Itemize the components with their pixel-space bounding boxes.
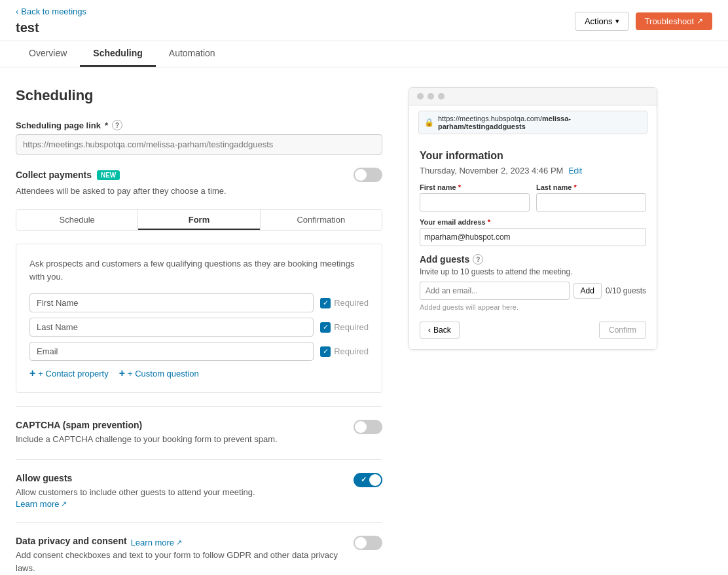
preview-card: 🔒 https://meetings.hubspotqa.com/melissa… xyxy=(409,87,657,350)
email-checkbox[interactable] xyxy=(320,346,331,357)
tab-scheduling[interactable]: Scheduling xyxy=(80,41,155,67)
preview-edit-link[interactable]: Edit xyxy=(568,166,582,176)
tab-automation[interactable]: Automation xyxy=(156,41,228,67)
scheduling-page-link-info-icon[interactable]: ? xyxy=(112,120,122,130)
preview-url-text: https://meetings.hubspotqa.com/melissa-p… xyxy=(438,115,642,130)
form-sub-tabs: Schedule Form Confirmation xyxy=(16,209,382,231)
preview-first-name-input[interactable] xyxy=(420,193,530,212)
captcha-description: Include a CAPTCHA challenge to your book… xyxy=(16,433,278,446)
first-name-required: Required xyxy=(320,298,369,308)
scheduling-section-title: Scheduling xyxy=(16,87,382,104)
add-guests-section: Add guests ? Invite up to 10 guests to a… xyxy=(420,254,646,311)
form-description: Ask prospects and customers a few qualif… xyxy=(29,257,369,283)
email-field[interactable] xyxy=(29,342,314,361)
allow-guests-learn-more-link[interactable]: Learn more xyxy=(16,499,67,509)
preview-nav-row: ‹ Back Confirm xyxy=(420,322,646,339)
last-name-required: Required xyxy=(320,322,369,333)
data-privacy-title: Data privacy and consent xyxy=(16,536,127,546)
preview-last-name-field: Last name * xyxy=(536,183,646,212)
add-contact-property-button[interactable]: + Contact property xyxy=(29,367,109,379)
preview-confirm-button[interactable]: Confirm xyxy=(599,322,646,339)
preview-topbar xyxy=(409,88,657,105)
first-name-row: Required xyxy=(29,293,369,312)
preview-body: Your information Thursday, November 2, 2… xyxy=(409,139,657,349)
preview-first-name-label: First name * xyxy=(420,183,530,191)
lock-icon: 🔒 xyxy=(424,118,434,127)
add-custom-question-button[interactable]: + Custom question xyxy=(119,367,199,379)
actions-button[interactable]: Actions xyxy=(575,12,629,31)
preview-last-name-input[interactable] xyxy=(536,193,646,212)
dot-3 xyxy=(438,93,445,100)
collect-payments-description: Attendees will be asked to pay after the… xyxy=(16,186,382,196)
troubleshoot-button[interactable]: Troubleshoot xyxy=(636,12,712,30)
data-privacy-section: Data privacy and consent Learn more Add … xyxy=(16,522,382,575)
scheduling-page-link-group: Scheduling page link * ? xyxy=(16,120,382,155)
add-guests-desc: Invite up to 10 guests to attend the mee… xyxy=(420,267,646,276)
allow-guests-description: Allow customers to include other guests … xyxy=(16,486,255,499)
preview-panel: 🔒 https://meetings.hubspotqa.com/melissa… xyxy=(409,87,657,575)
data-privacy-toggle[interactable] xyxy=(354,536,382,550)
collect-payments-toggle[interactable] xyxy=(354,168,382,182)
add-guests-row: Add 0/10 guests xyxy=(420,282,646,300)
add-guest-button[interactable]: Add xyxy=(573,283,602,299)
sub-tab-schedule[interactable]: Schedule xyxy=(16,210,138,230)
email-row: Required xyxy=(29,342,369,361)
captcha-title: CAPTCHA (spam prevention) xyxy=(16,420,278,430)
allow-guests-title: Allow guests xyxy=(16,473,255,483)
preview-email-field: Your email address * mparham@hubspot.com xyxy=(420,218,646,246)
preview-name-row: First name * Last name * xyxy=(420,183,646,212)
collect-payments-group: Collect payments NEW Attendees will be a… xyxy=(16,168,382,196)
add-guests-title: Add guests ? xyxy=(420,254,646,265)
add-buttons-row: + Contact property + Custom question xyxy=(29,367,369,379)
guests-count: 0/10 guests xyxy=(606,286,646,295)
main-tabs: Overview Scheduling Automation xyxy=(0,41,728,67)
scheduling-page-link-input[interactable] xyxy=(16,134,382,155)
first-name-field[interactable] xyxy=(29,293,314,312)
dot-2 xyxy=(428,93,434,100)
preview-back-button[interactable]: ‹ Back xyxy=(420,322,460,339)
tab-overview[interactable]: Overview xyxy=(16,41,80,67)
your-information-title: Your information xyxy=(420,150,646,162)
dot-1 xyxy=(417,93,424,100)
add-guest-email-input[interactable] xyxy=(420,282,570,300)
sub-tab-form[interactable]: Form xyxy=(138,210,260,230)
preview-last-name-label: Last name * xyxy=(536,183,646,191)
back-to-meetings-link[interactable]: Back to meetings xyxy=(16,7,86,16)
email-required: Required xyxy=(320,346,369,357)
add-guests-info-icon[interactable]: ? xyxy=(473,254,483,265)
data-privacy-learn-more-link[interactable]: Learn more xyxy=(131,538,182,547)
preview-email-input[interactable]: mparham@hubspot.com xyxy=(420,228,646,246)
allow-guests-toggle[interactable]: ✓ xyxy=(354,473,382,487)
new-badge: NEW xyxy=(97,170,120,180)
form-section: Ask prospects and customers a few qualif… xyxy=(16,244,382,393)
last-name-row: Required xyxy=(29,318,369,337)
captcha-section: CAPTCHA (spam prevention) Include a CAPT… xyxy=(16,406,382,459)
last-name-checkbox[interactable] xyxy=(320,322,331,333)
page-title: test xyxy=(16,20,86,41)
sub-tab-confirmation[interactable]: Confirmation xyxy=(261,210,382,230)
guests-appear-text: Added guests will appear here. xyxy=(420,303,646,311)
back-chevron-icon: ‹ xyxy=(428,325,431,335)
preview-first-name-field: First name * xyxy=(420,183,530,212)
preview-email-label: Your email address * xyxy=(420,218,646,226)
data-privacy-description: Add consent checkboxes and text to your … xyxy=(16,549,354,574)
last-name-field[interactable] xyxy=(29,318,314,337)
allow-guests-section: Allow guests Allow customers to include … xyxy=(16,459,382,523)
collect-payments-label: Collect payments NEW xyxy=(16,170,120,180)
scheduling-page-link-label: Scheduling page link * ? xyxy=(16,120,382,130)
preview-date: Thursday, November 2, 2023 4:46 PM Edit xyxy=(420,166,646,176)
preview-urlbar: 🔒 https://meetings.hubspotqa.com/melissa… xyxy=(418,111,647,134)
captcha-toggle[interactable] xyxy=(354,420,382,434)
first-name-checkbox[interactable] xyxy=(320,298,331,308)
